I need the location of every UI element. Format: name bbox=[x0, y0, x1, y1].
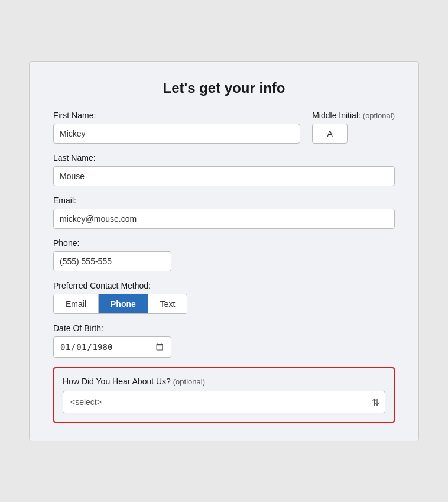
first-name-group: First Name: bbox=[53, 111, 300, 144]
dob-label: Date Of Birth: bbox=[53, 323, 395, 333]
form-container: Let's get your info First Name: Middle I… bbox=[29, 61, 419, 441]
hear-about-us-label: How Did You Hear About Us? (optional) bbox=[63, 377, 385, 386]
first-name-input[interactable] bbox=[53, 124, 300, 144]
contact-method-toggle-group: Email Phone Text bbox=[53, 294, 187, 314]
hear-about-us-select[interactable]: <select> Google Facebook Friend Other bbox=[63, 391, 385, 413]
contact-method-phone-button[interactable]: Phone bbox=[99, 294, 148, 313]
page-title: Let's get your info bbox=[53, 80, 395, 96]
dob-row: Date Of Birth: bbox=[53, 323, 395, 358]
dob-group: Date Of Birth: bbox=[53, 323, 395, 358]
email-label: Email: bbox=[53, 196, 395, 205]
contact-method-group: Preferred Contact Method: Email Phone Te… bbox=[53, 281, 395, 314]
phone-group: Phone: bbox=[53, 238, 395, 271]
middle-initial-label: Middle Initial: (optional) bbox=[312, 111, 395, 120]
middle-initial-input[interactable] bbox=[312, 124, 348, 144]
name-row: First Name: Middle Initial: (optional) bbox=[53, 111, 395, 144]
middle-initial-group: Middle Initial: (optional) bbox=[312, 111, 395, 144]
hear-about-us-select-wrapper: <select> Google Facebook Friend Other ⇅ bbox=[63, 391, 385, 413]
dob-input[interactable] bbox=[53, 336, 171, 358]
phone-row: Phone: bbox=[53, 238, 395, 271]
last-name-input[interactable] bbox=[53, 166, 395, 186]
last-name-label: Last Name: bbox=[53, 153, 395, 163]
phone-input[interactable] bbox=[53, 251, 171, 271]
contact-method-email-button[interactable]: Email bbox=[54, 294, 99, 313]
contact-method-label: Preferred Contact Method: bbox=[53, 281, 395, 290]
email-row: Email: bbox=[53, 196, 395, 229]
email-group: Email: bbox=[53, 196, 395, 229]
last-name-row: Last Name: bbox=[53, 153, 395, 186]
first-name-label: First Name: bbox=[53, 111, 300, 120]
contact-method-text-button[interactable]: Text bbox=[148, 294, 187, 313]
hear-about-us-section: How Did You Hear About Us? (optional) <s… bbox=[53, 367, 395, 423]
contact-method-row: Preferred Contact Method: Email Phone Te… bbox=[53, 281, 395, 314]
email-input[interactable] bbox=[53, 209, 395, 229]
last-name-group: Last Name: bbox=[53, 153, 395, 186]
phone-label: Phone: bbox=[53, 238, 395, 248]
